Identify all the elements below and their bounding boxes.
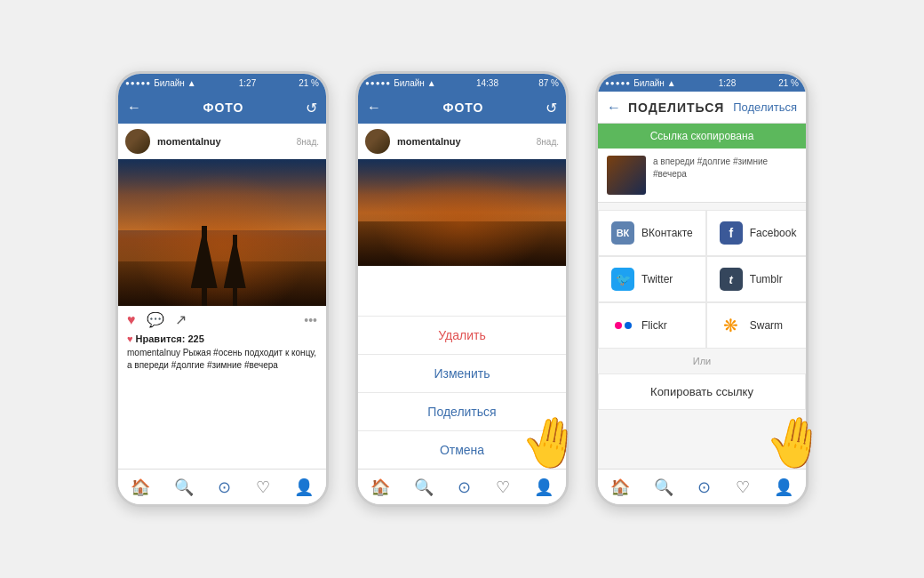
signal-dots-1: ●●●●● — [125, 79, 151, 87]
preview-caption: а впереди #долгие #зимние #вечера — [653, 157, 768, 179]
wifi-3: ▲ — [667, 78, 676, 88]
nav-heart-1[interactable]: ♡ — [256, 478, 270, 497]
photo-overlay-2 — [358, 159, 566, 266]
share-button-1[interactable]: ↗ — [175, 311, 187, 328]
nav-camera-1[interactable]: ⊙ — [218, 478, 231, 497]
avatar-1 — [125, 129, 150, 154]
phone-1-frame: ●●●●● Билайн ▲ 1:27 21 % ← ФОТО ↺ moment… — [116, 71, 329, 507]
action-bar-1: ♥ 💬 ↗ ••• — [118, 306, 326, 333]
time-1: 1:27 — [239, 78, 256, 88]
flickr-dots — [615, 322, 632, 329]
nav-subtitle-3[interactable]: Поделиться — [733, 100, 797, 114]
action-sheet-2: Удалить Изменить Поделиться Отмена — [358, 266, 566, 469]
phone-3-frame: ●●●●● Билайн ▲ 1:28 21 % ← ПОДЕЛИТЬСЯ По… — [595, 71, 808, 507]
nav-profile-2[interactable]: 👤 — [534, 478, 554, 497]
tree-1b — [233, 235, 237, 306]
nav-bar-3: ← ПОДЕЛИТЬСЯ Поделиться — [598, 92, 806, 124]
copy-link-button[interactable]: Копировать ссылку — [598, 373, 806, 410]
comment-button-1[interactable]: 💬 — [147, 311, 164, 328]
status-bar-2: ●●●●● Билайн ▲ 14:38 87 % — [358, 74, 566, 92]
share-grid: ВК ВКонтакте f Facebook 🐦 Twitter t Tumb… — [598, 210, 806, 349]
battery-2: 87 % — [538, 78, 559, 88]
back-button-3[interactable]: ← — [607, 100, 621, 116]
signal-dots-2: ●●●●● — [365, 79, 391, 87]
more-button-1[interactable]: ••• — [304, 313, 317, 327]
share-swarm[interactable]: ❋ Swarm — [706, 302, 808, 349]
likes-heart-1: ♥ — [127, 333, 133, 344]
nav-title-1: ФОТО — [203, 100, 244, 115]
share-vk[interactable]: ВК ВКонтакте — [598, 210, 706, 256]
time-3: 1:28 — [719, 78, 736, 88]
share-facebook[interactable]: f Facebook — [706, 210, 808, 256]
phone-1: ●●●●● Билайн ▲ 1:27 21 % ← ФОТО ↺ moment… — [116, 71, 329, 507]
swarm-icon: ❋ — [720, 314, 743, 337]
tumblr-icon: t — [720, 268, 743, 291]
or-divider: Или — [598, 349, 806, 373]
tumblr-label: Tumblr — [750, 273, 783, 285]
battery-1: 21 % — [299, 78, 319, 88]
time-ago-2: 8над. — [537, 137, 559, 147]
share-thumb — [607, 156, 646, 195]
avatar-2 — [365, 129, 390, 154]
twitter-label: Twitter — [641, 273, 673, 285]
bottom-nav-3: 🏠 🔍 ⊙ ♡ 👤 — [598, 469, 806, 504]
nav-search-2[interactable]: 🔍 — [414, 478, 434, 497]
nav-home-3[interactable]: 🏠 — [610, 478, 630, 497]
content-1: momentalnuy 8над. ♥ 💬 ↗ ••• ♥ Нр — [118, 124, 326, 469]
status-bar-1: ●●●●● Билайн ▲ 1:27 21 % — [118, 74, 326, 92]
user-row-1: momentalnuy 8над. — [118, 124, 326, 159]
facebook-label: Facebook — [750, 227, 797, 239]
tree-1a — [202, 226, 207, 306]
phone-3: ●●●●● Билайн ▲ 1:28 21 % ← ПОДЕЛИТЬСЯ По… — [595, 71, 808, 507]
status-left-2: ●●●●● Билайн ▲ — [365, 78, 436, 88]
nav-home-1[interactable]: 🏠 — [131, 478, 150, 497]
photo-overlay-1 — [118, 159, 326, 306]
user-row-2: momentalnuy 8над. — [358, 124, 566, 159]
nav-home-2[interactable]: 🏠 — [370, 478, 390, 497]
action-edit[interactable]: Изменить — [358, 354, 566, 392]
battery-3: 21 % — [778, 78, 799, 88]
nav-heart-2[interactable]: ♡ — [496, 478, 510, 497]
caption-1: momentalnuy Рыжая #осень подходит к конц… — [118, 347, 326, 377]
time-2: 14:38 — [476, 78, 498, 88]
carrier-3: Билайн — [633, 78, 665, 88]
status-bar-3: ●●●●● Билайн ▲ 1:28 21 % — [598, 74, 806, 92]
nav-camera-2[interactable]: ⊙ — [458, 478, 471, 497]
nav-heart-3[interactable]: ♡ — [736, 478, 750, 497]
username-1[interactable]: momentalnuy — [157, 136, 290, 147]
nav-bar-1: ← ФОТО ↺ — [118, 92, 326, 124]
avatar-img-2 — [365, 129, 390, 154]
share-tumblr[interactable]: t Tumblr — [706, 256, 808, 302]
wifi-1: ▲ — [187, 78, 196, 88]
nav-title-3: ПОДЕЛИТЬСЯ — [628, 100, 733, 115]
back-button-2[interactable]: ← — [367, 100, 381, 116]
action-sheet-content: Удалить Изменить Поделиться Отмена — [358, 316, 566, 469]
time-ago-1: 8над. — [297, 137, 319, 147]
vk-icon: ВК — [611, 221, 634, 245]
action-share[interactable]: Поделиться — [358, 392, 566, 430]
status-left-1: ●●●●● Билайн ▲ — [125, 78, 196, 88]
refresh-button-1[interactable]: ↺ — [306, 100, 317, 116]
refresh-button-2[interactable]: ↺ — [546, 100, 557, 116]
username-2[interactable]: momentalnuy — [397, 136, 530, 147]
share-preview: а впереди #долгие #зимние #вечера — [598, 149, 806, 203]
share-twitter[interactable]: 🐦 Twitter — [598, 256, 706, 302]
status-left-3: ●●●●● Билайн ▲ — [605, 78, 676, 88]
share-flickr[interactable]: Flickr — [598, 302, 706, 349]
facebook-icon: f — [720, 221, 743, 245]
nav-search-1[interactable]: 🔍 — [174, 478, 194, 497]
action-delete[interactable]: Удалить — [358, 316, 566, 354]
action-cancel[interactable]: Отмена — [358, 430, 566, 469]
nav-profile-1[interactable]: 👤 — [294, 478, 314, 497]
photo-1 — [118, 159, 326, 306]
back-button-1[interactable]: ← — [127, 100, 141, 116]
likes-count-1: Нравится: 225 — [136, 333, 204, 344]
nav-search-3[interactable]: 🔍 — [654, 478, 673, 497]
share-preview-text: а впереди #долгие #зимние #вечера — [653, 156, 797, 181]
nav-camera-3[interactable]: ⊙ — [697, 478, 711, 497]
twitter-icon: 🐦 — [611, 268, 634, 291]
nav-profile-3[interactable]: 👤 — [774, 478, 793, 497]
link-copied-banner: Ссылка скопирована — [598, 124, 806, 149]
like-button-1[interactable]: ♥ — [127, 312, 136, 328]
flickr-dot-pink — [615, 322, 622, 329]
